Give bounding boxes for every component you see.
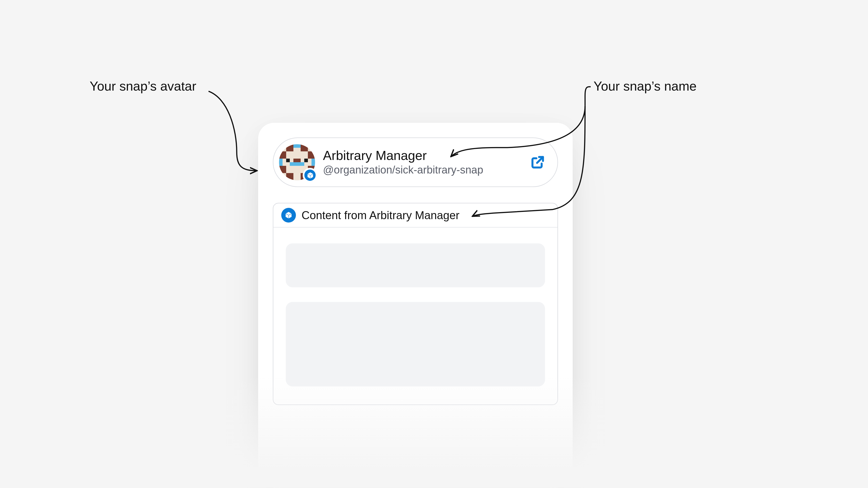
content-panel-body xyxy=(273,228,557,404)
snap-title-column: Arbitrary Manager @organization/sick-arb… xyxy=(323,148,520,176)
svg-rect-4 xyxy=(308,152,315,159)
snap-name: Arbitrary Manager xyxy=(323,148,520,163)
placeholder-block xyxy=(286,302,545,387)
svg-rect-13 xyxy=(311,159,315,166)
svg-rect-1 xyxy=(286,144,293,152)
snap-card: Arbitrary Manager @organization/sick-arb… xyxy=(258,123,572,488)
svg-rect-12 xyxy=(279,159,283,166)
snap-handle: @organization/sick-arbitrary-snap xyxy=(323,164,520,176)
svg-rect-2 xyxy=(301,144,308,152)
content-panel-header: Content from Arbitrary Manager xyxy=(273,203,557,228)
box-icon xyxy=(281,208,296,223)
svg-rect-11 xyxy=(290,162,304,166)
svg-rect-5 xyxy=(279,166,286,173)
annotation-name-label: Your snap’s name xyxy=(594,79,697,94)
content-panel: Content from Arbitrary Manager xyxy=(273,203,558,405)
svg-rect-8 xyxy=(286,173,293,180)
svg-rect-3 xyxy=(279,152,286,159)
annotation-avatar-label: Your snap’s avatar xyxy=(90,79,196,94)
avatar xyxy=(279,144,315,181)
snap-header-pill[interactable]: Arbitrary Manager @organization/sick-arb… xyxy=(273,138,558,187)
svg-rect-14 xyxy=(286,159,290,162)
svg-rect-10 xyxy=(293,144,301,148)
content-panel-title: Content from Arbitrary Manager xyxy=(302,209,459,222)
external-link-button[interactable] xyxy=(528,153,547,172)
external-link-icon xyxy=(530,155,546,170)
placeholder-block xyxy=(286,243,545,287)
svg-rect-15 xyxy=(304,159,308,162)
snap-badge-icon xyxy=(303,168,317,183)
